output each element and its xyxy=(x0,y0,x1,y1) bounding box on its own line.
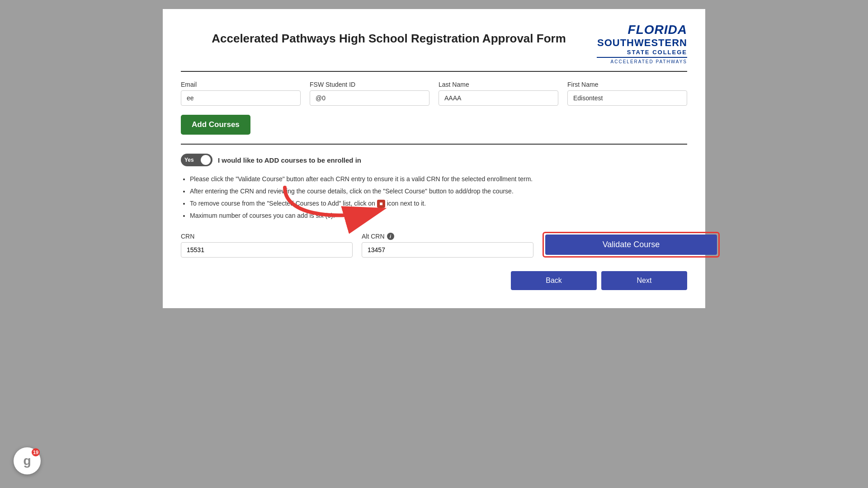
crn-label: CRN xyxy=(181,233,353,240)
logo-accelerated: ACCELERATED PATHWAYS xyxy=(611,59,687,64)
alt-crn-field-group: Alt CRN i xyxy=(362,233,533,258)
page-title: Accelerated Pathways High School Registr… xyxy=(181,23,597,46)
instructions-list: Please click the "Validate Course" butto… xyxy=(190,174,687,221)
crn-row: CRN Alt CRN i Validate Course xyxy=(181,232,687,258)
first-name-field-group: First Name xyxy=(567,81,687,106)
action-buttons-row: Back Next xyxy=(181,271,687,290)
last-name-field-group: Last Name xyxy=(439,81,558,106)
first-name-label: First Name xyxy=(567,81,687,88)
last-name-label: Last Name xyxy=(439,81,558,88)
logo-area: FLORIDA SOUTHWESTERN STATE COLLEGE ACCEL… xyxy=(597,23,687,64)
logo-state: STATE COLLEGE xyxy=(627,49,687,56)
email-label: Email xyxy=(181,81,301,88)
header-area: Accelerated Pathways High School Registr… xyxy=(181,23,687,72)
last-name-input[interactable] xyxy=(439,90,558,106)
toggle-knob xyxy=(201,155,211,165)
notification-badge-icon: g xyxy=(23,454,31,468)
logo-southwestern: SOUTHWESTERN xyxy=(597,37,687,49)
instruction-4: Maximum number of courses you can add is… xyxy=(190,211,687,221)
fsw-id-label: FSW Student ID xyxy=(310,81,429,88)
back-button[interactable]: Back xyxy=(511,271,597,290)
logo-florida: FLORIDA xyxy=(628,23,687,37)
instruction-3: To remove course from the "Selected Cour… xyxy=(190,199,687,208)
email-input[interactable] xyxy=(181,90,301,106)
instruction-1: Please click the "Validate Course" butto… xyxy=(190,174,687,184)
validate-course-button[interactable]: Validate Course xyxy=(545,235,717,255)
alt-crn-info-icon: i xyxy=(387,233,394,240)
toggle-row: Yes I would like to ADD courses to be en… xyxy=(181,154,687,166)
validate-button-wrapper: Validate Course xyxy=(542,232,720,258)
add-courses-toggle[interactable]: Yes xyxy=(181,154,212,166)
first-name-input[interactable] xyxy=(567,90,687,106)
validate-button-highlight: Validate Course xyxy=(542,232,720,258)
add-courses-button[interactable]: Add Courses xyxy=(181,115,250,135)
alt-crn-input[interactable] xyxy=(362,242,533,258)
fsw-id-field-group: FSW Student ID xyxy=(310,81,429,106)
section-divider xyxy=(181,144,687,145)
crn-field-group: CRN xyxy=(181,233,353,258)
logo-divider xyxy=(597,57,687,58)
crn-input[interactable] xyxy=(181,242,353,258)
notification-badge[interactable]: g 19 xyxy=(14,447,41,474)
instruction-2: After entering the CRN and reviewing the… xyxy=(190,187,687,196)
notification-count: 19 xyxy=(32,448,40,456)
next-button[interactable]: Next xyxy=(601,271,687,290)
alt-crn-label: Alt CRN i xyxy=(362,233,533,240)
remove-icon: ■ xyxy=(377,200,385,208)
fields-row: Email FSW Student ID Last Name First Nam… xyxy=(181,81,687,106)
toggle-yes-label: Yes xyxy=(183,157,194,163)
toggle-description: I would like to ADD courses to be enroll… xyxy=(218,156,361,164)
fsw-id-input[interactable] xyxy=(310,90,429,106)
email-field-group: Email xyxy=(181,81,301,106)
